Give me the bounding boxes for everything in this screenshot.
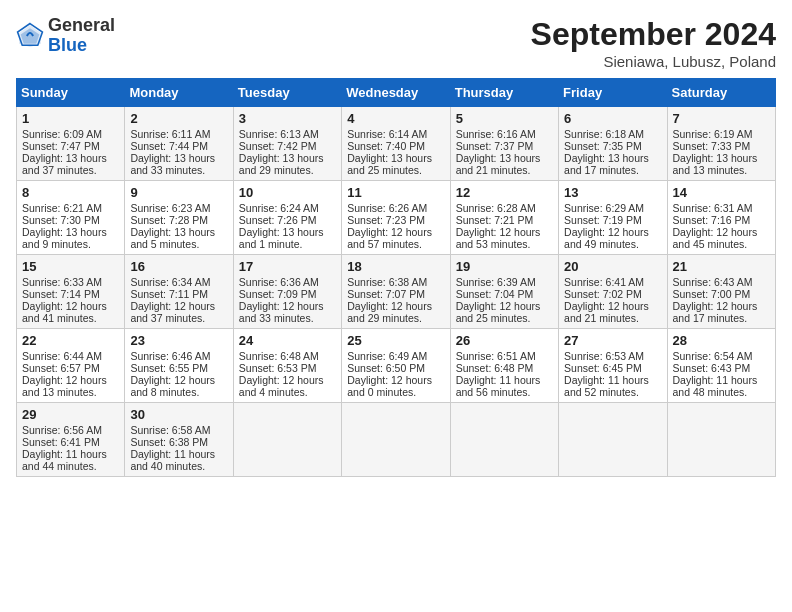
day-number: 20 bbox=[564, 259, 661, 274]
cell-line: Sunrise: 6:09 AM bbox=[22, 128, 119, 140]
cell-line: Sunset: 6:53 PM bbox=[239, 362, 336, 374]
calendar-cell: 15Sunrise: 6:33 AMSunset: 7:14 PMDayligh… bbox=[17, 255, 125, 329]
day-number: 2 bbox=[130, 111, 227, 126]
cell-line: Sunrise: 6:33 AM bbox=[22, 276, 119, 288]
cell-line: Sunset: 7:07 PM bbox=[347, 288, 444, 300]
cell-line: Sunrise: 6:31 AM bbox=[673, 202, 770, 214]
cell-line: and 21 minutes. bbox=[456, 164, 553, 176]
cell-line: Daylight: 13 hours bbox=[239, 226, 336, 238]
calendar-cell: 16Sunrise: 6:34 AMSunset: 7:11 PMDayligh… bbox=[125, 255, 233, 329]
cell-line: Daylight: 12 hours bbox=[347, 226, 444, 238]
calendar-cell: 25Sunrise: 6:49 AMSunset: 6:50 PMDayligh… bbox=[342, 329, 450, 403]
calendar-cell: 12Sunrise: 6:28 AMSunset: 7:21 PMDayligh… bbox=[450, 181, 558, 255]
cell-line: and 33 minutes. bbox=[130, 164, 227, 176]
cell-line: and 25 minutes. bbox=[456, 312, 553, 324]
cell-line: Daylight: 12 hours bbox=[564, 226, 661, 238]
day-number: 21 bbox=[673, 259, 770, 274]
cell-line: Daylight: 11 hours bbox=[130, 448, 227, 460]
cell-line: and 17 minutes. bbox=[673, 312, 770, 324]
day-number: 6 bbox=[564, 111, 661, 126]
cell-line: Daylight: 12 hours bbox=[22, 374, 119, 386]
weekday-header: Tuesday bbox=[233, 79, 341, 107]
calendar-cell: 11Sunrise: 6:26 AMSunset: 7:23 PMDayligh… bbox=[342, 181, 450, 255]
cell-line: Sunrise: 6:14 AM bbox=[347, 128, 444, 140]
cell-line: Daylight: 12 hours bbox=[456, 226, 553, 238]
cell-line: Sunset: 6:55 PM bbox=[130, 362, 227, 374]
logo: General Blue bbox=[16, 16, 115, 56]
weekday-header: Monday bbox=[125, 79, 233, 107]
cell-line: Sunrise: 6:19 AM bbox=[673, 128, 770, 140]
calendar-week-row: 8Sunrise: 6:21 AMSunset: 7:30 PMDaylight… bbox=[17, 181, 776, 255]
cell-line: Sunset: 7:14 PM bbox=[22, 288, 119, 300]
day-number: 28 bbox=[673, 333, 770, 348]
day-number: 19 bbox=[456, 259, 553, 274]
cell-line: and 8 minutes. bbox=[130, 386, 227, 398]
cell-line: Sunrise: 6:54 AM bbox=[673, 350, 770, 362]
cell-line: Sunrise: 6:34 AM bbox=[130, 276, 227, 288]
calendar-cell: 27Sunrise: 6:53 AMSunset: 6:45 PMDayligh… bbox=[559, 329, 667, 403]
calendar-cell: 26Sunrise: 6:51 AMSunset: 6:48 PMDayligh… bbox=[450, 329, 558, 403]
cell-line: Sunset: 7:40 PM bbox=[347, 140, 444, 152]
cell-line: Sunset: 7:00 PM bbox=[673, 288, 770, 300]
day-number: 24 bbox=[239, 333, 336, 348]
day-number: 17 bbox=[239, 259, 336, 274]
cell-line: Sunrise: 6:41 AM bbox=[564, 276, 661, 288]
calendar-cell: 14Sunrise: 6:31 AMSunset: 7:16 PMDayligh… bbox=[667, 181, 775, 255]
calendar-cell: 20Sunrise: 6:41 AMSunset: 7:02 PMDayligh… bbox=[559, 255, 667, 329]
cell-line: Daylight: 13 hours bbox=[130, 226, 227, 238]
cell-line: Sunset: 7:37 PM bbox=[456, 140, 553, 152]
day-number: 12 bbox=[456, 185, 553, 200]
cell-line: Sunset: 7:23 PM bbox=[347, 214, 444, 226]
cell-line: Sunset: 6:57 PM bbox=[22, 362, 119, 374]
calendar-cell: 19Sunrise: 6:39 AMSunset: 7:04 PMDayligh… bbox=[450, 255, 558, 329]
cell-line: Sunset: 7:30 PM bbox=[22, 214, 119, 226]
calendar-cell bbox=[342, 403, 450, 477]
day-number: 26 bbox=[456, 333, 553, 348]
cell-line: and 29 minutes. bbox=[347, 312, 444, 324]
cell-line: and 29 minutes. bbox=[239, 164, 336, 176]
calendar-cell: 3Sunrise: 6:13 AMSunset: 7:42 PMDaylight… bbox=[233, 107, 341, 181]
cell-line: and 17 minutes. bbox=[564, 164, 661, 176]
day-number: 10 bbox=[239, 185, 336, 200]
calendar-cell bbox=[233, 403, 341, 477]
calendar-cell: 8Sunrise: 6:21 AMSunset: 7:30 PMDaylight… bbox=[17, 181, 125, 255]
cell-line: Sunset: 7:42 PM bbox=[239, 140, 336, 152]
cell-line: Sunrise: 6:46 AM bbox=[130, 350, 227, 362]
cell-line: Daylight: 12 hours bbox=[673, 226, 770, 238]
cell-line: Daylight: 13 hours bbox=[239, 152, 336, 164]
day-number: 4 bbox=[347, 111, 444, 126]
calendar-cell: 24Sunrise: 6:48 AMSunset: 6:53 PMDayligh… bbox=[233, 329, 341, 403]
cell-line: Daylight: 12 hours bbox=[130, 374, 227, 386]
cell-line: Sunset: 7:21 PM bbox=[456, 214, 553, 226]
cell-line: and 9 minutes. bbox=[22, 238, 119, 250]
cell-line: and 5 minutes. bbox=[130, 238, 227, 250]
day-number: 11 bbox=[347, 185, 444, 200]
cell-line: Sunrise: 6:23 AM bbox=[130, 202, 227, 214]
day-number: 9 bbox=[130, 185, 227, 200]
cell-line: Daylight: 12 hours bbox=[347, 374, 444, 386]
cell-line: Sunset: 7:09 PM bbox=[239, 288, 336, 300]
weekday-header: Wednesday bbox=[342, 79, 450, 107]
calendar-header-row: SundayMondayTuesdayWednesdayThursdayFrid… bbox=[17, 79, 776, 107]
cell-line: Daylight: 13 hours bbox=[130, 152, 227, 164]
day-number: 25 bbox=[347, 333, 444, 348]
cell-line: Daylight: 12 hours bbox=[347, 300, 444, 312]
cell-line: Sunrise: 6:51 AM bbox=[456, 350, 553, 362]
cell-line: and 40 minutes. bbox=[130, 460, 227, 472]
calendar-cell: 17Sunrise: 6:36 AMSunset: 7:09 PMDayligh… bbox=[233, 255, 341, 329]
cell-line: Sunrise: 6:28 AM bbox=[456, 202, 553, 214]
calendar-cell: 13Sunrise: 6:29 AMSunset: 7:19 PMDayligh… bbox=[559, 181, 667, 255]
calendar-cell: 6Sunrise: 6:18 AMSunset: 7:35 PMDaylight… bbox=[559, 107, 667, 181]
calendar-week-row: 29Sunrise: 6:56 AMSunset: 6:41 PMDayligh… bbox=[17, 403, 776, 477]
calendar-cell bbox=[667, 403, 775, 477]
cell-line: Sunset: 6:45 PM bbox=[564, 362, 661, 374]
cell-line: Daylight: 11 hours bbox=[22, 448, 119, 460]
day-number: 13 bbox=[564, 185, 661, 200]
calendar-cell: 5Sunrise: 6:16 AMSunset: 7:37 PMDaylight… bbox=[450, 107, 558, 181]
cell-line: and 41 minutes. bbox=[22, 312, 119, 324]
calendar-cell: 9Sunrise: 6:23 AMSunset: 7:28 PMDaylight… bbox=[125, 181, 233, 255]
calendar-week-row: 15Sunrise: 6:33 AMSunset: 7:14 PMDayligh… bbox=[17, 255, 776, 329]
cell-line: Sunrise: 6:29 AM bbox=[564, 202, 661, 214]
day-number: 7 bbox=[673, 111, 770, 126]
cell-line: and 1 minute. bbox=[239, 238, 336, 250]
